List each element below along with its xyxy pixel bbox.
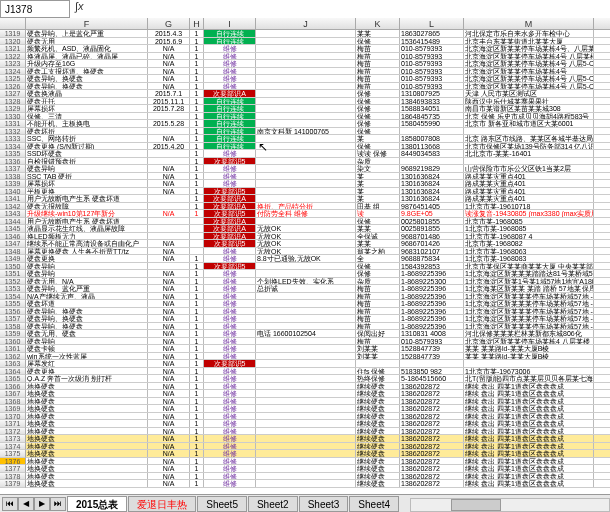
cell[interactable]: 住fs 保修 xyxy=(356,368,400,375)
cell[interactable] xyxy=(256,218,356,225)
cell[interactable]: 梅苗 xyxy=(356,45,400,52)
col-header-J[interactable]: J xyxy=(256,18,356,29)
cell[interactable]: 8.8寸已通验,无故OK xyxy=(256,255,356,262)
cell[interactable]: N/A xyxy=(148,45,190,52)
cell[interactable]: 继续 盘出 四某1道盘区盘盘盘成 xyxy=(464,480,594,487)
cell[interactable]: 1-8689225396 xyxy=(400,315,464,322)
row-header[interactable]: 1335 xyxy=(0,150,26,158)
cell[interactable]: N/A xyxy=(148,338,190,345)
row-header[interactable]: 1376 xyxy=(0,458,26,466)
cell[interactable]: win系统一次性蓝屏 xyxy=(26,353,148,360)
cell[interactable]: 自行连续 xyxy=(204,30,256,37)
cell[interactable]: 维修 xyxy=(204,323,256,330)
cell[interactable]: 1 xyxy=(190,45,204,52)
cell[interactable]: 北京 保修 乐史市成贝贝海胡4路程583号 xyxy=(464,113,594,120)
cell[interactable] xyxy=(256,90,356,97)
cell[interactable]: 1310831 4008 xyxy=(400,330,464,337)
cell[interactable]: 染文 xyxy=(356,165,400,172)
cell[interactable]: 1 xyxy=(190,195,204,202)
cell[interactable]: 维修 xyxy=(204,68,256,75)
cell[interactable]: 换液晶屏、液晶已碎、液晶屏 xyxy=(26,53,148,60)
cell[interactable]: N/A xyxy=(148,353,190,360)
horizontal-scrollbar[interactable] xyxy=(410,498,610,512)
cell[interactable]: 硬盘无用 xyxy=(26,38,148,45)
nav-last-icon[interactable]: ⏭ xyxy=(50,497,66,511)
cell[interactable]: N/A xyxy=(148,135,190,142)
cell[interactable]: N/A xyxy=(148,368,190,375)
cell[interactable] xyxy=(256,345,356,352)
cell[interactable]: 屏幕更换硬盘 人生各不折贾TT/tz xyxy=(26,248,148,255)
cell[interactable]: 地换硬盘 xyxy=(26,473,148,480)
cell[interactable]: 继续硬盘 xyxy=(356,413,400,420)
cell[interactable]: 1863027865 xyxy=(400,30,464,37)
cell[interactable]: 硬盘异响、换硬盘 xyxy=(26,315,148,322)
cell[interactable]: 1 xyxy=(190,68,204,75)
cell[interactable]: 1 xyxy=(190,263,204,270)
cell[interactable]: 1北京海淀区新某某某踏踏达81号某桥域57地 保库 xyxy=(464,270,594,277)
cell[interactable]: 继续 盘出 四某1道盘区盘盘盘成 xyxy=(464,413,594,420)
cell[interactable]: 1 xyxy=(190,473,204,480)
cell[interactable]: 0025891855 xyxy=(400,225,464,232)
cell[interactable]: 维修 xyxy=(204,255,256,262)
cell[interactable]: 1 xyxy=(190,450,204,457)
cell[interactable]: 某某 xyxy=(356,225,400,232)
cell[interactable]: 硬盘异响、换硬盘 xyxy=(26,75,148,82)
cell[interactable] xyxy=(256,458,356,465)
cell[interactable]: 保修 xyxy=(356,38,400,45)
cell[interactable]: N/A xyxy=(148,458,190,465)
cell[interactable]: 南京文科新 141000765 xyxy=(256,128,356,135)
cell[interactable]: 杂质 xyxy=(356,158,400,165)
cell[interactable]: 某某 某某路ld-某某大厦B棱 xyxy=(464,353,594,360)
cell[interactable]: 保修 xyxy=(356,90,400,97)
row-header[interactable]: 1337 xyxy=(0,165,26,173)
cell[interactable]: 5183850 982 xyxy=(400,368,464,375)
cell[interactable]: 北京海淀区新某某停车场某栋4号、八层某楼 xyxy=(464,45,594,52)
cell[interactable]: 1 xyxy=(190,113,204,120)
cell[interactable]: 硬盘无用、硬盘 xyxy=(26,330,148,337)
cell[interactable]: 1 xyxy=(190,30,204,37)
cell[interactable]: 继续 盘出 四某1道盘区盘盘盘成 xyxy=(464,473,594,480)
cell[interactable]: 1301636824 xyxy=(400,180,464,187)
cell[interactable] xyxy=(148,158,190,165)
cell[interactable]: 总折诚 xyxy=(256,285,356,292)
col-header-L[interactable]: L xyxy=(400,18,464,29)
cell[interactable]: 1 xyxy=(190,308,204,315)
cell[interactable]: 梅苗 xyxy=(356,300,400,307)
cell[interactable]: 地换硬盘 xyxy=(26,383,148,390)
cell[interactable]: 硬盘无报故障 xyxy=(26,203,148,210)
cell[interactable]: 1-8689225396 xyxy=(400,308,464,315)
row-header[interactable]: 1346 xyxy=(0,233,26,241)
cell[interactable]: 1-8689225396 xyxy=(400,300,464,307)
cell[interactable]: 地换硬盘 xyxy=(26,435,148,442)
row-header[interactable]: 1325 xyxy=(0,75,26,83)
cell[interactable]: 1 xyxy=(190,150,204,157)
cell[interactable]: 地换硬盘 xyxy=(26,480,148,487)
sheet-tab[interactable]: 2015总表 xyxy=(67,496,127,512)
cell[interactable]: 1-8689225396 xyxy=(400,285,464,292)
nav-next-icon[interactable]: ▶ xyxy=(34,497,50,511)
cell[interactable]: 保修 xyxy=(356,128,400,135)
cell[interactable] xyxy=(256,398,356,405)
row-header[interactable]: 1362 xyxy=(0,353,26,361)
cell[interactable]: 田基 组 xyxy=(356,203,400,210)
cell[interactable]: 保修 xyxy=(356,263,400,270)
cell[interactable]: 北京海淀区新某某停车场某栋4号 xyxy=(464,68,594,75)
cell[interactable]: 维修 xyxy=(204,293,256,300)
cell[interactable]: 读涨复音-19430805 (max3380 (max实质用 局 xyxy=(464,210,594,217)
cell[interactable]: 不能开机、主板换电 xyxy=(26,120,148,127)
cell[interactable]: 热终保修 xyxy=(356,375,400,382)
cell[interactable]: 继续 盘出 四某1道盘区盘盘盘成 xyxy=(464,405,594,412)
cell[interactable]: 维修 xyxy=(204,270,256,277)
cell[interactable]: 保阅出好 xyxy=(356,330,400,337)
cell[interactable]: 保修 xyxy=(356,113,400,120)
cell[interactable]: 1380113668 xyxy=(400,143,464,150)
cell[interactable] xyxy=(148,128,190,135)
cell[interactable]: 继续硬盘 xyxy=(356,428,400,435)
row-header[interactable]: 1338 xyxy=(0,173,26,181)
cell[interactable] xyxy=(148,233,190,240)
cell[interactable]: 1 xyxy=(190,60,204,67)
cell[interactable]: 1北京海淀区新某某某停车场某桥域57地 ---1至 xyxy=(464,308,594,315)
cell[interactable]: 1864845735 xyxy=(400,113,464,120)
cell[interactable]: 次要部识5 xyxy=(204,158,256,165)
cell[interactable]: 平板更换 xyxy=(26,188,148,195)
